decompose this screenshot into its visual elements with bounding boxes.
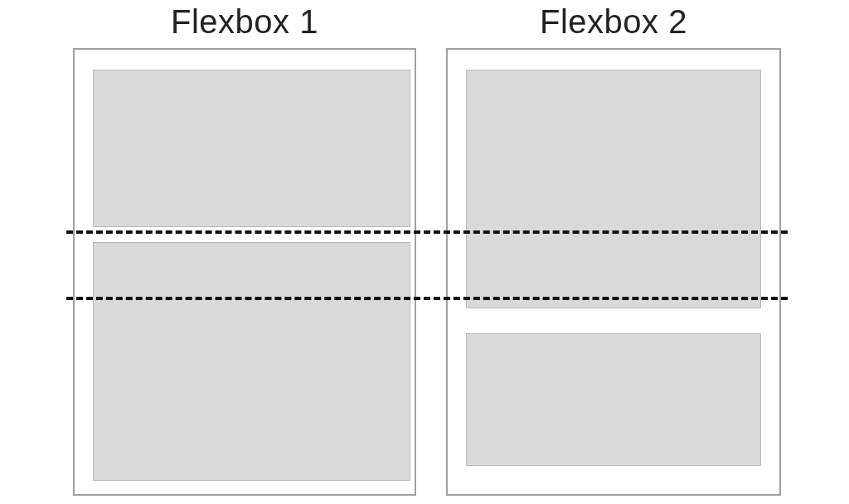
flex-item-2b [466, 333, 761, 466]
flex-container-2 [446, 48, 781, 496]
flex-item-1b [93, 242, 410, 481]
flex-container-1 [73, 48, 416, 496]
alignment-guide-1 [66, 230, 788, 234]
flexbox-comparison-diagram: Flexbox 1 Flexbox 2 [66, 0, 788, 504]
flex-item-2a [466, 70, 761, 308]
flexbox-1-title: Flexbox 1 [66, 3, 423, 41]
flex-item-1a [93, 70, 410, 227]
flexbox-2-title: Flexbox 2 [439, 3, 788, 41]
alignment-guide-2 [66, 297, 788, 300]
